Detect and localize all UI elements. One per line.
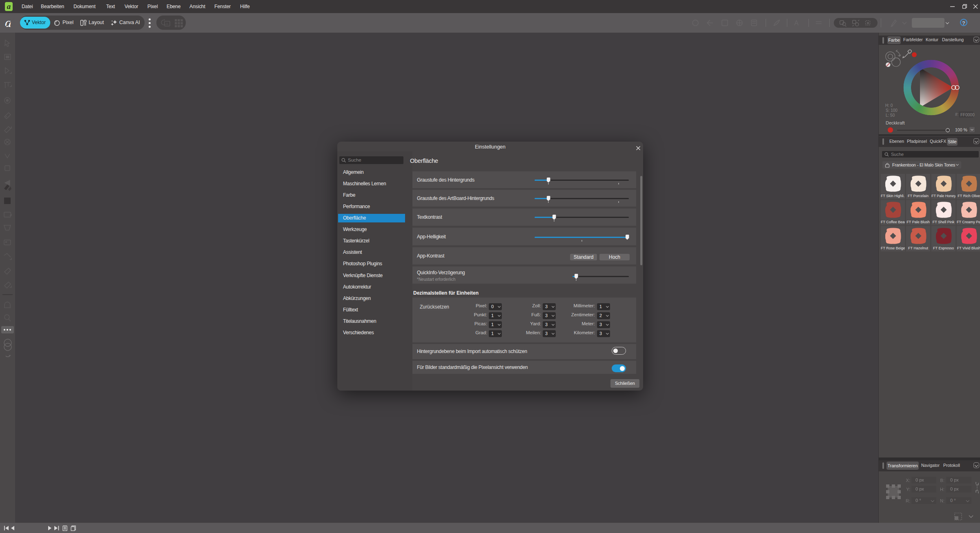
svg-text:A: A [166, 22, 168, 26]
svg-text:L: 50: L: 50 [886, 113, 895, 118]
svg-text:a: a [5, 17, 11, 29]
svg-text:FF0000: FF0000 [960, 113, 975, 117]
svg-text:S: 100: S: 100 [886, 108, 898, 113]
svg-text:A: A [794, 20, 799, 27]
svg-text:H: 0: H: 0 [885, 103, 893, 108]
svg-text:#:: #: [955, 112, 958, 117]
svg-text:Deckkraft: Deckkraft [886, 120, 904, 125]
